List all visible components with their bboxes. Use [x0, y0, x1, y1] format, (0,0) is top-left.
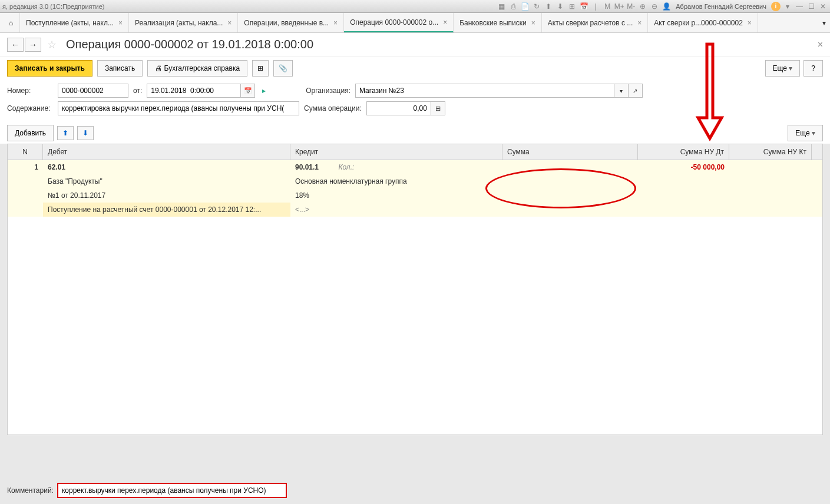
close-icon[interactable]: × [118, 19, 123, 27]
add-button[interactable]: Добавить [7, 125, 54, 141]
save-icon[interactable]: ▦ [497, 2, 506, 11]
table-row[interactable]: №1 от 20.11.2017 18% [8, 188, 822, 203]
date-input[interactable] [147, 84, 241, 98]
m-minus-icon[interactable]: M- [626, 2, 636, 11]
user-icon: 👤 [662, 2, 671, 11]
zoom-in-icon[interactable]: ⊕ [638, 2, 647, 11]
titlebar-icons: ▦ ⎙ 📄 ↻ ⬆ ⬇ ⊞ 📅 | M M+ M- ⊕ ⊖ 👤 Абрамов … [497, 2, 828, 11]
help-button[interactable]: ? [803, 60, 823, 77]
dropdown-icon[interactable]: ▾ [783, 2, 792, 11]
m-plus-icon[interactable]: M+ [614, 2, 624, 11]
calculator-icon[interactable]: ⊞ [431, 101, 445, 115]
export-icon[interactable]: ⬆ [544, 2, 553, 11]
tab-0[interactable]: Поступление (акты, накл...× [20, 13, 129, 32]
download-icon[interactable]: ⬇ [555, 2, 565, 11]
content-input[interactable] [58, 101, 299, 115]
move-up-button[interactable]: ⬆ [57, 126, 74, 140]
table-more-button[interactable]: Еще [788, 125, 823, 141]
table-empty-area[interactable] [8, 217, 822, 435]
zoom-out-icon[interactable]: ⊖ [650, 2, 659, 11]
calendar-icon[interactable]: 📅 [579, 2, 588, 11]
content-label: Содержание: [7, 104, 53, 112]
app-title: я, редакция 3.0 (1С:Предприятие) [2, 3, 104, 10]
report-button[interactable]: 🖨 Бухгалтерская справка [147, 60, 247, 77]
attach-button[interactable]: 📎 [273, 60, 293, 77]
table-toolbar: Добавить ⬆ ⬇ Еще [0, 122, 830, 144]
page-close-icon[interactable]: × [818, 39, 823, 50]
maximize-icon[interactable]: ☐ [806, 2, 816, 11]
table-row[interactable]: Поступление на расчетный счет 0000-00000… [8, 203, 822, 217]
tab-more[interactable]: ▾ [818, 13, 830, 32]
save-close-button[interactable]: Записать и закрыть [7, 60, 92, 77]
minimize-icon[interactable]: — [795, 2, 804, 11]
calendar-picker-icon[interactable]: 📅 [241, 84, 255, 98]
tab-2[interactable]: Операции, введенные в...× [238, 13, 344, 32]
number-label: Номер: [7, 87, 53, 95]
divider: | [591, 2, 600, 11]
col-nudt[interactable]: Сумма НУ Дт [638, 144, 729, 160]
table-body: 1 62.01 90.01.1 Кол.: -50 000,00 База "П… [8, 160, 822, 217]
titlebar: я, редакция 3.0 (1С:Предприятие) ▦ ⎙ 📄 ↻… [0, 0, 830, 13]
dropdown-icon[interactable]: ▾ [614, 84, 629, 98]
favorite-icon[interactable]: ☆ [47, 38, 61, 51]
close-window-icon[interactable]: ✕ [818, 2, 828, 11]
close-icon[interactable]: × [443, 18, 447, 26]
move-down-button[interactable]: ⬇ [77, 126, 94, 140]
number-input[interactable] [58, 84, 128, 98]
close-icon[interactable]: × [333, 19, 338, 27]
open-icon[interactable]: ↗ [629, 84, 643, 98]
comment-row: Комментарий: [7, 483, 823, 498]
table-row[interactable]: База "Продукты" Основная номенклатурная … [8, 174, 822, 188]
tabbar: ⌂ Поступление (акты, накл...× Реализация… [0, 13, 830, 33]
entries-table: N Дебет Кредит Сумма Сумма НУ Дт Сумма Н… [7, 144, 823, 435]
col-debit[interactable]: Дебет [43, 144, 290, 160]
from-label: от: [133, 87, 142, 95]
calc-icon[interactable]: ⊞ [567, 2, 577, 11]
refresh-icon[interactable]: ↻ [532, 2, 541, 11]
tab-1[interactable]: Реализация (акты, накла...× [129, 13, 238, 32]
col-sum[interactable]: Сумма [502, 144, 638, 160]
home-tab[interactable]: ⌂ [2, 13, 20, 32]
print-icon[interactable]: ⎙ [508, 2, 518, 11]
org-label: Организация: [306, 87, 350, 95]
nav-forward-button[interactable]: → [25, 38, 41, 52]
page-header: ← → ☆ Операция 0000-000002 от 19.01.2018… [0, 33, 830, 57]
comment-input[interactable] [57, 483, 287, 498]
doc-icon[interactable]: 📄 [520, 2, 530, 11]
save-button[interactable]: Записать [97, 60, 143, 77]
more-button[interactable]: Еще [765, 60, 801, 77]
tab-5[interactable]: Акты сверки расчетов с ...× [542, 13, 649, 32]
comment-label: Комментарий: [7, 486, 54, 495]
user-name[interactable]: Абрамов Геннадий Сергеевич [673, 3, 769, 10]
page-title: Операция 0000-000002 от 19.01.2018 0:00:… [66, 38, 313, 51]
tab-3[interactable]: Операция 0000-000002 о...× [344, 13, 454, 32]
nav-back-button[interactable]: ← [7, 38, 24, 52]
status-posted-icon[interactable]: ▸ [262, 87, 266, 95]
close-icon[interactable]: × [748, 19, 752, 27]
table-row[interactable]: 1 62.01 90.01.1 Кол.: -50 000,00 [8, 160, 822, 174]
org-input[interactable] [355, 84, 614, 98]
structure-button[interactable]: ⊞ [252, 60, 269, 77]
m-icon[interactable]: M [603, 2, 612, 11]
table-header: N Дебет Кредит Сумма Сумма НУ Дт Сумма Н… [8, 144, 822, 160]
sum-input[interactable] [366, 101, 431, 115]
tab-4[interactable]: Банковские выписки× [454, 13, 542, 32]
col-n[interactable]: N [8, 144, 43, 160]
sum-label: Сумма операции: [304, 104, 362, 112]
tab-6[interactable]: Акт сверки р...0000-000002× [648, 13, 758, 32]
close-icon[interactable]: × [531, 19, 535, 27]
info-icon[interactable]: i [771, 2, 781, 11]
col-nukt[interactable]: Сумма НУ Кт [729, 144, 812, 160]
toolbar: Записать и закрыть Записать 🖨 Бухгалтерс… [0, 57, 830, 80]
col-credit[interactable]: Кредит [290, 144, 502, 160]
close-icon[interactable]: × [637, 19, 641, 27]
close-icon[interactable]: × [227, 19, 232, 27]
form-area: Номер: от: 📅 ▸ Организация: ▾ ↗ Содержан… [0, 80, 830, 122]
